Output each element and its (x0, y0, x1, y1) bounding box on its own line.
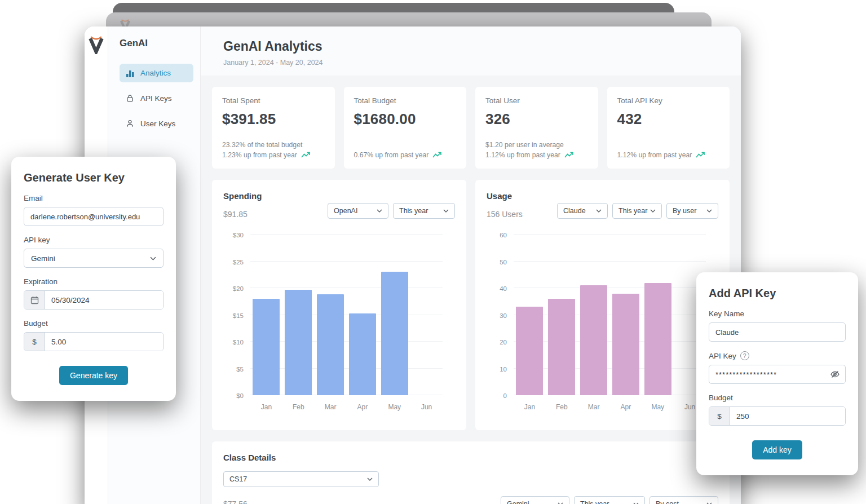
page-title: GenAI Analytics (223, 39, 718, 54)
email-field[interactable] (24, 207, 164, 226)
eye-off-icon[interactable] (830, 370, 840, 381)
api-key-select[interactable]: Gemini (24, 249, 164, 268)
currency-prefix: $ (709, 407, 730, 425)
bar-mar (580, 285, 607, 395)
stat-trend-text: 1.12% up from past year (485, 151, 560, 159)
expiration-field[interactable] (45, 291, 163, 309)
trend-up-icon (432, 152, 443, 158)
select-value: Gemini (31, 254, 55, 263)
app-name: GenAI (120, 38, 193, 49)
stat-trend-text: 0.67% up from past year (354, 151, 429, 159)
class-provider-select[interactable]: Gemini (501, 496, 569, 504)
add-key-button[interactable]: Add key (752, 440, 802, 459)
class-select[interactable]: CS17 (223, 471, 379, 487)
budget-label: Budget (24, 319, 164, 328)
bar-chart-icon (125, 69, 135, 77)
chevron-down-icon (367, 478, 373, 481)
chevron-down-icon (706, 209, 712, 213)
x-axis-tick: Jun (410, 403, 443, 411)
api-key-label: API Key (709, 352, 736, 360)
modal-title: Generate User Key (24, 171, 164, 184)
api-key-label: API key (24, 236, 164, 244)
stat-trend-text: 1.23% up from past year (222, 151, 297, 159)
class-mode-select[interactable]: By cost (650, 496, 718, 504)
y-axis-tick: $10 (223, 339, 244, 346)
select-value: This year (580, 500, 609, 504)
spending-chart: $0$5$10$15$20$25$30 JanFebMarAprMayJun (223, 235, 455, 411)
sidebar-item-user-keys[interactable]: User Keys (120, 114, 193, 133)
bar-jan (516, 307, 543, 395)
y-axis-tick: 40 (487, 285, 507, 292)
sidebar-item-analytics[interactable]: Analytics (120, 64, 193, 82)
y-axis-tick: 0 (487, 392, 507, 399)
usage-period-select[interactable]: This year (612, 203, 662, 219)
y-axis-tick: 20 (487, 339, 507, 346)
stats-row: Total Spent $391.85 23.32% of the total … (212, 87, 730, 169)
x-axis-tick: Mar (315, 403, 347, 411)
chevron-down-icon (377, 209, 382, 213)
usage-title: Usage (487, 191, 523, 201)
spending-provider-select[interactable]: OpenAI (328, 203, 388, 219)
bars-row (514, 235, 706, 395)
key-name-field[interactable] (709, 322, 846, 342)
lock-icon (125, 94, 135, 103)
key-name-label: Key Name (709, 310, 846, 318)
spending-card: Spending $91.85 OpenAI This year (212, 180, 466, 430)
y-axis-tick: $20 (223, 285, 244, 292)
y-axis-tick: $15 (223, 312, 244, 319)
y-axis-tick: 30 (487, 312, 507, 319)
charts-row: Spending $91.85 OpenAI This year (212, 180, 730, 430)
select-value: CS17 (229, 475, 247, 483)
stat-label: Total Spent (222, 96, 325, 105)
x-axis-tick: Mar (578, 403, 610, 411)
y-axis-tick: $5 (223, 366, 244, 373)
bar-feb (548, 299, 575, 395)
sidebar-item-label: API Keys (140, 94, 172, 103)
stat-value: 432 (617, 110, 720, 128)
stat-card-total-budget: Total Budget $1680.00 0.67% up from past… (344, 87, 467, 169)
x-axis-tick: Feb (282, 403, 315, 411)
stat-label: Total Budget (354, 96, 457, 105)
usage-chart: 0102030405060 JanFebMarAprMayJun (487, 235, 718, 411)
bar-apr (349, 313, 376, 395)
usage-provider-select[interactable]: Claude (557, 203, 608, 219)
y-axis-tick: 10 (487, 366, 507, 373)
chevron-down-icon (443, 209, 449, 213)
x-axis-tick: Apr (346, 403, 378, 411)
class-details-title: Class Details (223, 453, 718, 462)
bar-apr (612, 294, 639, 396)
add-api-key-modal: Add API Key Key Name API Key ? Budget $ … (696, 272, 858, 475)
x-axis-tick: Jan (514, 403, 546, 411)
generate-key-button[interactable]: Generate key (59, 366, 128, 385)
class-period-select[interactable]: This year (574, 496, 645, 504)
budget-field[interactable] (730, 407, 845, 425)
stat-value: 326 (485, 110, 588, 128)
spending-title: Spending (223, 191, 262, 201)
chevron-down-icon (650, 209, 656, 213)
y-axis-tick: $0 (223, 392, 244, 399)
select-value: This year (618, 207, 647, 215)
api-key-secret-field[interactable] (709, 365, 846, 384)
sidebar-item-label: User Keys (140, 120, 175, 128)
stat-card-total-user: Total User 326 $1.20 per user in average… (475, 87, 598, 169)
bar-feb (285, 290, 312, 395)
x-axis-tick: May (378, 403, 410, 411)
bar-may (644, 283, 671, 396)
select-value: By cost (656, 500, 679, 504)
main-window: GenAI Analytics (85, 26, 741, 504)
usage-card: Usage 156 Users Claude This year (475, 180, 730, 430)
usage-mode-select[interactable]: By user (666, 203, 718, 219)
stat-label: Total API Key (617, 96, 720, 105)
spending-period-select[interactable]: This year (393, 203, 455, 219)
trend-up-icon (301, 152, 311, 158)
usage-subtitle: 156 Users (487, 210, 523, 219)
spending-amount: $91.85 (223, 210, 262, 219)
stat-card-total-api-key: Total API Key 432 1.12% up from past yea… (607, 87, 730, 169)
help-icon[interactable]: ? (740, 351, 749, 360)
select-value: Claude (563, 207, 586, 215)
sidebar-item-api-keys[interactable]: API Keys (120, 89, 193, 108)
stat-trend-text: 1.12% up from past year (617, 151, 692, 159)
class-amount: $77.56 (223, 499, 248, 504)
budget-field[interactable] (45, 333, 163, 351)
y-axis-tick: $30 (223, 232, 244, 238)
